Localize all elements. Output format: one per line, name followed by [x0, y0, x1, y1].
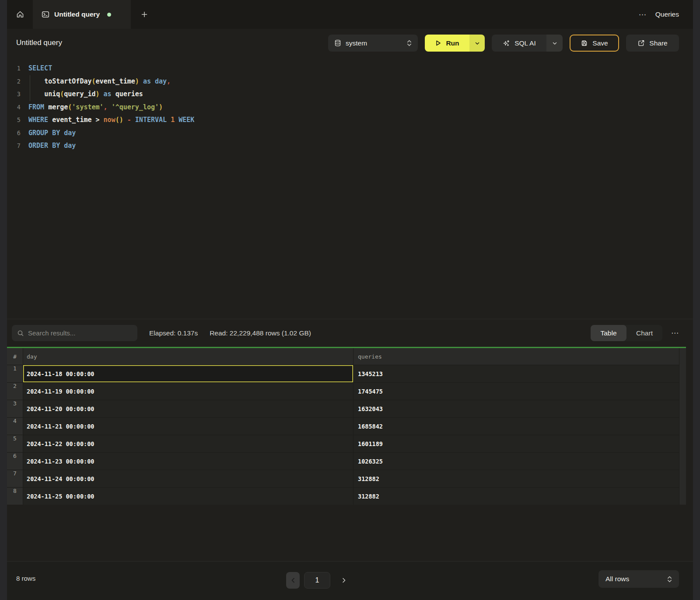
page-title: Untitled query [16, 38, 62, 47]
table-row[interactable]: 32024-11-20 00:00:001632043 [7, 400, 679, 417]
new-tab-button[interactable] [131, 0, 158, 29]
table-row[interactable]: 42024-11-21 00:00:001685842 [7, 417, 679, 435]
sql-ai-options-button[interactable] [546, 35, 563, 52]
prev-page-button[interactable] [286, 572, 300, 589]
code-line: 7ORDER BY day [7, 140, 693, 153]
code-text: WHERE event_time > now() - INTERVAL 1 WE… [21, 114, 194, 127]
run-button[interactable]: Run [425, 35, 469, 52]
cell-queries[interactable]: 312882 [354, 470, 679, 487]
code-token: ) [135, 77, 139, 85]
code-line: 6GROUP BY day [7, 127, 693, 140]
code-line: 5WHERE event_time > now() - INTERVAL 1 W… [7, 114, 693, 127]
database-selector[interactable]: system [328, 35, 418, 52]
cell-queries[interactable]: 1601189 [354, 435, 679, 452]
code-token: query_id [64, 90, 95, 98]
line-number: 1 [7, 62, 21, 75]
line-number: 2 [7, 75, 21, 88]
code-token [48, 129, 52, 137]
sparkles-icon [502, 39, 510, 47]
table-row[interactable]: 52024-11-22 00:00:001601189 [7, 435, 679, 452]
code-token: ) [96, 90, 100, 98]
cell-day[interactable]: 2024-11-23 00:00:00 [23, 453, 354, 470]
code-line: 1SELECT [7, 62, 693, 75]
table-body: 12024-11-18 00:00:00134521322024-11-19 0… [7, 365, 679, 505]
cell-day[interactable]: 2024-11-18 00:00:00 [23, 365, 354, 382]
code-token: as [104, 90, 112, 98]
code-token [100, 90, 104, 98]
code-token: BY [52, 129, 60, 137]
table-row[interactable]: 22024-11-19 00:00:001745475 [7, 382, 679, 400]
save-button[interactable]: Save [570, 35, 619, 52]
page-size-selector[interactable]: All rows [598, 570, 679, 588]
read-stat: Read: 22,229,488 rows (1.02 GB) [210, 329, 311, 337]
cell-queries[interactable]: 1345213 [354, 365, 679, 382]
tab-label: Untitled query [54, 10, 100, 18]
tab-untitled-query[interactable]: Untitled query [33, 0, 131, 29]
code-token [48, 116, 52, 124]
results-toolbar: Elapsed: 0.137s Read: 22,229,488 rows (1… [7, 319, 693, 347]
tab-bar: Untitled query ⋯ Queries [7, 0, 693, 29]
column-header-queries[interactable]: queries [354, 348, 679, 365]
row-number: 4 [7, 418, 23, 435]
line-number: 6 [7, 127, 21, 140]
save-label: Save [592, 39, 608, 47]
table-row[interactable]: 82024-11-25 00:00:00312882 [7, 487, 679, 505]
pagination: 1 [286, 572, 350, 589]
table-row[interactable]: 62024-11-23 00:00:001026325 [7, 452, 679, 470]
cell-day[interactable]: 2024-11-20 00:00:00 [23, 400, 354, 417]
sql-editor[interactable]: 1SELECT2 toStartOfDay(event_time) as day… [7, 57, 693, 319]
chevron-down-icon [552, 41, 557, 46]
cell-queries[interactable]: 312882 [354, 488, 679, 505]
cell-day[interactable]: 2024-11-24 00:00:00 [23, 470, 354, 487]
column-header-index[interactable]: # [7, 348, 23, 365]
run-options-button[interactable] [469, 35, 485, 52]
results-overflow-menu-icon[interactable]: ⋯ [671, 329, 679, 337]
code-token: uniq [44, 90, 60, 98]
code-token: , [104, 103, 108, 111]
cell-queries[interactable]: 1685842 [354, 418, 679, 435]
queries-button[interactable]: Queries [655, 10, 679, 18]
row-number: 8 [7, 488, 23, 505]
cell-day[interactable]: 2024-11-25 00:00:00 [23, 488, 354, 505]
cell-queries[interactable]: 1632043 [354, 400, 679, 417]
chevron-down-icon [475, 41, 480, 46]
table-row[interactable]: 12024-11-18 00:00:001345213 [7, 365, 679, 382]
cell-queries[interactable]: 1745475 [354, 383, 679, 400]
code-token [151, 77, 155, 85]
code-token [28, 90, 44, 98]
view-table-button[interactable]: Table [591, 325, 626, 341]
cell-queries[interactable]: 1026325 [354, 453, 679, 470]
column-header-day[interactable]: day [23, 348, 354, 365]
results-footer: 8 rows 1 [7, 561, 693, 600]
code-token: now [104, 116, 116, 124]
code-token: ORDER [28, 142, 48, 150]
sql-ai-button[interactable]: SQL AI [492, 35, 546, 52]
code-token [28, 77, 44, 85]
play-icon [435, 40, 441, 46]
cell-day[interactable]: 2024-11-21 00:00:00 [23, 418, 354, 435]
topbar-overflow-menu-icon[interactable]: ⋯ [639, 11, 647, 18]
code-token: > [96, 116, 100, 124]
view-chart-button[interactable]: Chart [626, 325, 662, 341]
cell-day[interactable]: 2024-11-22 00:00:00 [23, 435, 354, 452]
code-line: 2 toStartOfDay(event_time) as day, [7, 75, 693, 88]
updown-chevron-icon [667, 576, 672, 583]
cell-day[interactable]: 2024-11-19 00:00:00 [23, 383, 354, 400]
code-token: day [64, 129, 76, 137]
code-token: day [155, 77, 167, 85]
main-surface: Untitled query ⋯ Queries Untitled query [7, 0, 693, 600]
database-icon [334, 39, 341, 47]
share-button[interactable]: Share [626, 35, 679, 52]
next-page-button[interactable] [337, 572, 350, 589]
search-results-input[interactable] [28, 329, 132, 337]
home-button[interactable] [7, 0, 33, 29]
table-row[interactable]: 72024-11-24 00:00:00312882 [7, 470, 679, 487]
row-number: 3 [7, 400, 23, 417]
query-toolbar: Untitled query system [7, 29, 693, 57]
table-scrollbar-track[interactable] [679, 348, 686, 505]
unsaved-indicator-dot [107, 13, 111, 17]
current-page-button[interactable]: 1 [304, 572, 330, 589]
code-token [131, 116, 135, 124]
code-token [60, 142, 64, 150]
line-number: 3 [7, 88, 21, 101]
